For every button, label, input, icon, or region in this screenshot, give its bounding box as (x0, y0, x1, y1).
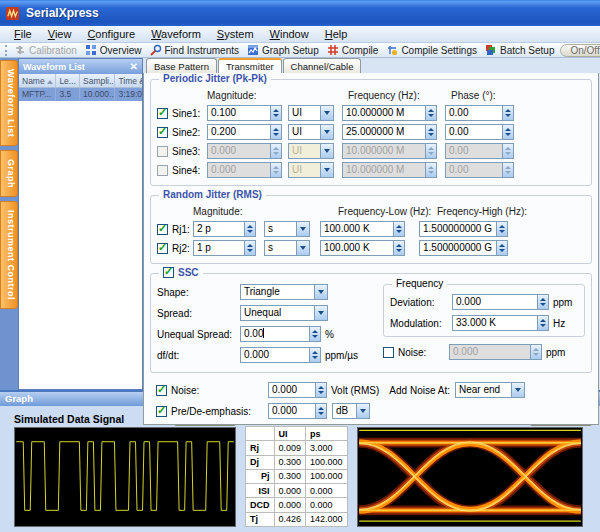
tab-transmitter[interactable]: Transmitter (218, 58, 282, 73)
sine2-unit-select[interactable]: UI (288, 124, 334, 140)
tab-base-pattern[interactable]: Base Pattern (146, 58, 217, 73)
noise-checkbox[interactable] (156, 385, 167, 396)
sine3-phase-input: 0.00 (445, 143, 503, 159)
preemphasis-input[interactable]: 0.000 (268, 403, 316, 419)
sine3-checkbox[interactable] (157, 146, 168, 157)
rj1-freq-high-spinner[interactable] (497, 221, 508, 237)
sort-asc-icon (47, 80, 53, 84)
batch-setup-button[interactable]: Batch Setup (481, 44, 558, 56)
deviation-input[interactable]: 0.000 (452, 294, 538, 310)
rj2-freq-low-input[interactable]: 100.000 K (320, 240, 394, 256)
chevron-down-icon[interactable] (320, 125, 333, 139)
sine1-magnitude-input[interactable]: 0.100 (207, 105, 271, 121)
rj2-freq-high-spinner[interactable] (497, 240, 508, 256)
rj1-freq-high-input[interactable]: 1.500000000 G (419, 221, 497, 237)
menu-help[interactable]: Help (317, 27, 356, 41)
menu-waveform[interactable]: Waveform (143, 27, 209, 41)
sidetab-waveform-list[interactable]: Waveform List (0, 60, 18, 146)
frequency-subgroup-title: Frequency (392, 278, 447, 289)
dfdt-input[interactable]: 0.000 (240, 347, 310, 363)
rj2-checkbox[interactable] (157, 243, 168, 254)
overview-button[interactable]: Overview (81, 44, 146, 56)
sine2-checkbox[interactable] (157, 127, 168, 138)
noise-spinner[interactable] (316, 382, 327, 398)
chevron-down-icon[interactable] (314, 306, 327, 320)
sine2-magnitude-spinner[interactable] (271, 124, 282, 140)
sine1-frequency-input[interactable]: 10.000000 M (342, 105, 426, 121)
rj2-freq-low-spinner[interactable] (394, 240, 405, 256)
rj2-magnitude-spinner[interactable] (245, 240, 256, 256)
chevron-down-icon[interactable] (356, 404, 369, 418)
preemphasis-spinner[interactable] (316, 403, 327, 419)
sine1-phase-spinner[interactable] (503, 105, 514, 121)
modulation-row: Modulation: 33.000 K Hz (390, 315, 578, 331)
deviation-unit: ppm (553, 297, 572, 308)
menu-file[interactable]: File (6, 27, 40, 41)
sine4-checkbox[interactable] (157, 165, 168, 176)
menu-system[interactable]: System (209, 27, 262, 41)
sine2-phase-spinner[interactable] (503, 124, 514, 140)
col-time[interactable]: Time &... (115, 74, 142, 87)
spread-row: Spread: Unequal (157, 305, 369, 321)
preemphasis-unit-select[interactable]: dB (332, 403, 370, 419)
chevron-down-icon[interactable] (296, 241, 309, 255)
deviation-spinner[interactable] (538, 294, 549, 310)
graph-setup-button[interactable]: Graph Setup (243, 44, 323, 56)
compile-button[interactable]: Compile (323, 44, 383, 56)
rj1-magnitude-spinner[interactable] (245, 221, 256, 237)
compile-settings-button[interactable]: Compile Settings (382, 44, 481, 56)
chevron-down-icon[interactable] (511, 383, 524, 397)
sine1-unit-select[interactable]: UI (288, 105, 334, 121)
rj1-magnitude-input[interactable]: 2 p (193, 221, 245, 237)
preemphasis-checkbox[interactable] (156, 406, 167, 417)
spread-select[interactable]: Unequal (240, 305, 328, 321)
sine1-phase-input[interactable]: 0.00 (445, 105, 503, 121)
chevron-down-icon[interactable] (314, 285, 327, 299)
ssc-noise-checkbox[interactable] (383, 347, 394, 358)
close-icon[interactable] (130, 62, 138, 72)
noise-input[interactable]: 0.000 (268, 382, 316, 398)
modulation-input[interactable]: 33.000 K (452, 315, 538, 331)
rj2-magnitude-input[interactable]: 1 p (193, 240, 245, 256)
chevron-down-icon[interactable] (296, 222, 309, 236)
sine2-magnitude-input[interactable]: 0.200 (207, 124, 271, 140)
dfdt-spinner[interactable] (310, 347, 321, 363)
sine2-phase-input[interactable]: 0.00 (445, 124, 503, 140)
rj1-checkbox[interactable] (157, 224, 168, 235)
rj2-freq-high-input[interactable]: 1.500000000 G (419, 240, 497, 256)
ssc-checkbox[interactable] (163, 267, 174, 278)
chevron-down-icon[interactable] (320, 106, 333, 120)
random-jitter-group: Random Jitter (RMS) Magnitude: Frequency… (150, 195, 592, 264)
sine4-phase-spinner (503, 162, 514, 178)
find-instruments-button[interactable]: Find Instruments (146, 44, 243, 56)
sidetab-instrument-control[interactable]: Instrument Control (0, 201, 18, 309)
tab-channel-cable[interactable]: Channel/Cable (283, 58, 362, 73)
rj1-freq-low-spinner[interactable] (394, 221, 405, 237)
menu-view[interactable]: View (40, 27, 80, 41)
menu-configure[interactable]: Configure (79, 27, 143, 41)
waveform-row-selected[interactable]: MFTP... 3.5 10.000... 3:19:04 (19, 88, 142, 101)
sine1-checkbox[interactable] (157, 108, 168, 119)
sidetab-graph[interactable]: Graph (0, 150, 18, 197)
add-noise-at-select[interactable]: Near end (455, 382, 525, 398)
signal-plot-title: Simulated Data Signal (14, 413, 124, 425)
modulation-spinner[interactable] (538, 315, 549, 331)
unequal-spread-input[interactable]: 0.00 (240, 326, 310, 342)
rj1-freq-low-input[interactable]: 100.000 K (320, 221, 394, 237)
shape-select[interactable]: Triangle (240, 284, 328, 300)
sine4-magnitude-input: 0.000 (207, 162, 271, 178)
col-length[interactable]: Le... (56, 74, 80, 87)
sine2-frequency-input[interactable]: 25.000000 M (342, 124, 426, 140)
col-name[interactable]: Name (19, 74, 56, 87)
unequal-spread-spinner[interactable] (310, 326, 321, 342)
sine2-row: Sine2: 0.200 UI 25.000000 M 0.00 (157, 124, 585, 140)
rj2-unit-select[interactable]: s (264, 240, 310, 256)
rj1-unit-select[interactable]: s (264, 221, 310, 237)
sine1-frequency-spinner[interactable] (426, 105, 437, 121)
sine1-magnitude-spinner[interactable] (271, 105, 282, 121)
sine2-frequency-spinner[interactable] (426, 124, 437, 140)
col-sampling[interactable]: Sampli... (80, 74, 115, 87)
menu-window[interactable]: Window (262, 27, 317, 41)
overview-icon (85, 44, 97, 56)
onoff-button[interactable]: On/Off (560, 44, 600, 57)
